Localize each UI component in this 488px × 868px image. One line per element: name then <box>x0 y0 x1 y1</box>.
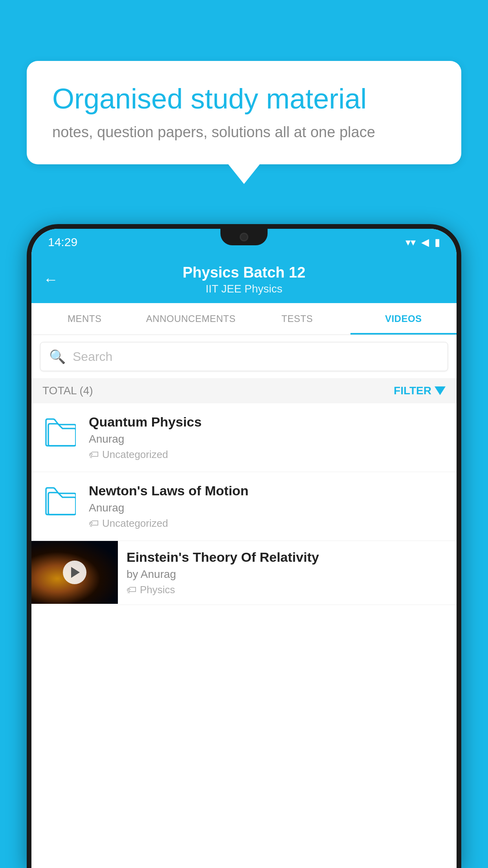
battery-icon: ▮ <box>435 236 440 248</box>
item-tag: 🏷 Uncategorized <box>89 449 446 461</box>
speech-bubble-card: Organised study material notes, question… <box>27 61 461 164</box>
speech-bubble-subtitle: notes, question papers, solutions all at… <box>52 124 436 141</box>
folder-icon-wrapper <box>42 483 78 519</box>
item-author: Anurag <box>89 433 446 445</box>
batch-subtitle: IIT JEE Physics <box>43 283 445 295</box>
tab-videos[interactable]: VIDEOS <box>350 303 457 335</box>
play-button[interactable] <box>63 561 86 584</box>
content-list: Quantum Physics Anurag 🏷 Uncategorized <box>31 403 457 605</box>
tag-icon: 🏷 <box>89 517 99 530</box>
signal-icon: ◀ <box>421 236 429 248</box>
tag-icon: 🏷 <box>89 449 99 461</box>
search-bar[interactable]: 🔍 Search <box>40 342 448 371</box>
video-author: by Anurag <box>127 568 448 581</box>
video-content: Einstein's Theory Of Relativity by Anura… <box>118 541 457 605</box>
tab-announcements[interactable]: ANNOUNCEMENTS <box>138 303 244 335</box>
search-icon: 🔍 <box>49 349 66 364</box>
filter-button[interactable]: FILTER <box>394 384 446 397</box>
phone-frame: 14:29 ▾▾ ◀ ▮ ← Physics Batch 12 IIT JEE … <box>27 224 461 868</box>
video-tag: 🏷 Physics <box>127 584 448 596</box>
speech-bubble-section: Organised study material notes, question… <box>27 61 461 184</box>
app-header: ← Physics Batch 12 IIT JEE Physics <box>31 256 457 303</box>
phone-notch <box>220 229 268 245</box>
folder-icon <box>44 417 76 447</box>
item-content: Newton's Laws of Motion Anurag 🏷 Uncateg… <box>89 483 446 530</box>
tab-tests[interactable]: TESTS <box>244 303 350 335</box>
phone-screen: 14:29 ▾▾ ◀ ▮ ← Physics Batch 12 IIT JEE … <box>31 229 457 868</box>
folder-icon-wrapper <box>42 414 78 450</box>
tab-ments[interactable]: MENTS <box>31 303 138 335</box>
item-title: Newton's Laws of Motion <box>89 483 446 498</box>
item-content: Quantum Physics Anurag 🏷 Uncategorized <box>89 414 446 461</box>
filter-row: TOTAL (4) FILTER <box>31 378 457 403</box>
list-item[interactable]: Newton's Laws of Motion Anurag 🏷 Uncateg… <box>31 472 457 541</box>
folder-icon <box>44 486 76 516</box>
wifi-icon: ▾▾ <box>405 236 416 248</box>
item-author: Anurag <box>89 502 446 514</box>
speech-bubble-title: Organised study material <box>52 83 436 115</box>
front-camera <box>240 233 248 241</box>
search-placeholder: Search <box>73 349 112 364</box>
list-item[interactable]: Quantum Physics Anurag 🏷 Uncategorized <box>31 403 457 472</box>
video-thumbnail <box>31 541 118 604</box>
play-icon <box>71 567 80 578</box>
status-icons: ▾▾ ◀ ▮ <box>405 236 440 248</box>
status-time: 14:29 <box>48 235 77 249</box>
filter-icon <box>435 386 446 395</box>
item-title: Quantum Physics <box>89 414 446 430</box>
tab-bar: MENTS ANNOUNCEMENTS TESTS VIDEOS <box>31 303 457 335</box>
batch-title: Physics Batch 12 <box>43 264 445 281</box>
item-tag: 🏷 Uncategorized <box>89 517 446 530</box>
total-count: TOTAL (4) <box>42 384 93 397</box>
video-title: Einstein's Theory Of Relativity <box>127 550 448 565</box>
list-item-video[interactable]: Einstein's Theory Of Relativity by Anura… <box>31 541 457 605</box>
tag-icon: 🏷 <box>127 584 137 596</box>
speech-bubble-arrow <box>228 164 260 184</box>
